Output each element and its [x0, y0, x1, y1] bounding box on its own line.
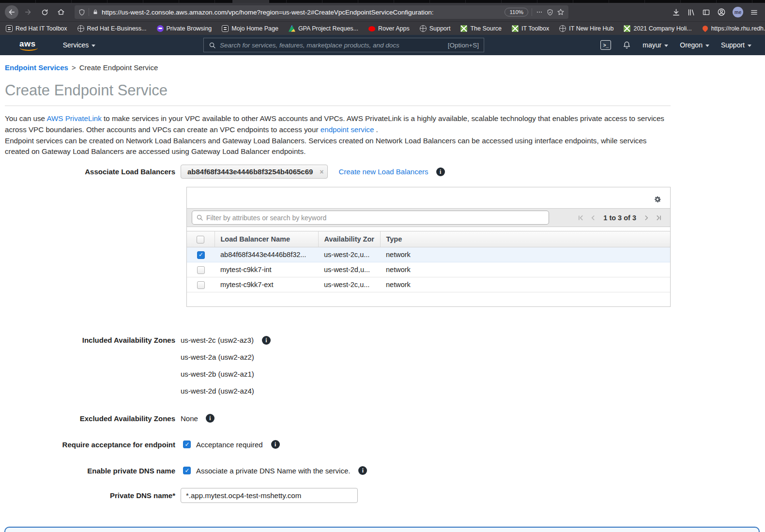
- sidebar-toggle-icon[interactable]: [702, 8, 710, 16]
- bookmark-item[interactable]: Rover Apps: [368, 25, 410, 32]
- row-checkbox[interactable]: [197, 266, 205, 274]
- services-menu[interactable]: Services: [63, 41, 96, 49]
- bookmark-item[interactable]: GPA Project Reques...: [289, 25, 358, 32]
- table-row[interactable]: ab84f68f3443e4446b8f32...us-west-2c,u...…: [187, 247, 670, 262]
- private-dns-checkbox[interactable]: [183, 467, 191, 474]
- page-actions-icon[interactable]: [536, 9, 543, 15]
- acceptance-checkbox[interactable]: [183, 441, 191, 448]
- bookmark-item[interactable]: Support: [420, 25, 451, 32]
- region-menu[interactable]: Oregon: [680, 41, 709, 49]
- private-dns-name-input[interactable]: [181, 488, 358, 503]
- zoom-level-badge[interactable]: 110%: [505, 8, 528, 16]
- availability-zone-value: us-west-2b (usw2-az1): [181, 370, 254, 378]
- account-icon[interactable]: [717, 8, 726, 16]
- region-name: Oregon: [680, 41, 703, 49]
- tracking-shield-icon[interactable]: [78, 9, 85, 16]
- load-balancer-chip[interactable]: ab84f68f3443e4446b8f3254b4065c69×: [181, 165, 328, 179]
- bottom-info-box: [4, 527, 760, 532]
- row-checkbox[interactable]: [197, 281, 205, 289]
- pin-favicon-icon: [701, 25, 709, 32]
- row-checkbox[interactable]: [197, 251, 205, 259]
- greenx-favicon-icon: [460, 25, 467, 32]
- column-header-az[interactable]: Availability Zor: [318, 231, 380, 247]
- services-label: Services: [63, 41, 89, 49]
- bookmark-item[interactable]: The Source: [460, 25, 502, 32]
- info-icon[interactable]: i: [358, 466, 367, 475]
- column-header-type[interactable]: Type: [380, 231, 670, 247]
- pagination-last-icon[interactable]: [656, 214, 661, 221]
- availability-zone-value: us-west-2d (usw2-az4): [181, 387, 254, 395]
- enable-private-dns-row: Enable private DNS name Associate a priv…: [5, 466, 760, 475]
- menu-icon[interactable]: [750, 8, 758, 16]
- profile-avatar[interactable]: me: [733, 7, 743, 17]
- pagination-next-icon[interactable]: [644, 214, 649, 221]
- bookmark-label: The Source: [470, 25, 502, 32]
- pagination-prev-icon[interactable]: [591, 214, 595, 221]
- bookmark-item[interactable]: https://role.rhu.redh...: [702, 25, 765, 32]
- bookmark-label: Private Browsing: [167, 25, 212, 32]
- square-favicon-icon: [222, 25, 229, 32]
- lock-icon: [92, 9, 98, 15]
- reload-button[interactable]: [38, 5, 51, 19]
- url-text[interactable]: https://us-west-2.console.aws.amazon.com…: [102, 9, 501, 16]
- bookmark-item[interactable]: Private Browsing: [157, 25, 212, 32]
- info-icon[interactable]: i: [436, 167, 445, 176]
- bookmark-item[interactable]: IT Toolbox: [512, 25, 549, 32]
- downloads-icon[interactable]: [672, 8, 680, 16]
- navbar-right-cluster: >_ mayur Oregon Support: [600, 35, 751, 55]
- bookmark-item[interactable]: Red Hat E-Business...: [77, 25, 147, 32]
- table-row[interactable]: mytest-c9kk7-extus-west-2c,u...network: [187, 277, 670, 292]
- cell-load-balancer-name: ab84f68f3443e4446b8f32...: [214, 247, 318, 262]
- create-new-load-balancers-link[interactable]: Create new Load Balancers: [338, 167, 428, 176]
- pocket-shield-icon[interactable]: [547, 9, 553, 16]
- chip-close-icon[interactable]: ×: [320, 167, 323, 175]
- breadcrumb: Endpoint Services>Create Endpoint Servic…: [5, 63, 760, 72]
- pagination: 1 to 3 of 3: [578, 214, 665, 222]
- greenx-favicon-icon: [624, 25, 630, 32]
- active-tab[interactable]: [232, 0, 269, 3]
- home-icon: [57, 8, 65, 16]
- bookmark-item[interactable]: IT New Hire Hub: [559, 25, 613, 32]
- back-button[interactable]: [5, 5, 18, 19]
- chip-value: ab84f68f3443e4446b8f3254b4065c69: [187, 167, 313, 176]
- filter-input[interactable]: [206, 214, 545, 222]
- notifications-bell-icon[interactable]: [623, 41, 631, 49]
- info-icon[interactable]: i: [206, 414, 214, 423]
- aws-privatelink-link[interactable]: AWS PrivateLink: [46, 114, 101, 122]
- select-all-header[interactable]: [187, 231, 214, 247]
- select-all-checkbox[interactable]: [197, 236, 204, 243]
- forward-button[interactable]: [21, 5, 35, 19]
- bookmark-label: GPA Project Reques...: [298, 25, 358, 32]
- support-menu[interactable]: Support: [721, 41, 751, 49]
- aws-logo[interactable]: aws: [19, 39, 36, 51]
- table-row[interactable]: mytest-c9kk7-intus-west-2d,u...network: [187, 262, 670, 277]
- bookmark-item[interactable]: Mojo Home Page: [222, 25, 278, 32]
- aws-search-bar[interactable]: Search for services, features, marketpla…: [203, 38, 484, 52]
- column-header-name[interactable]: Load Balancer Name: [214, 231, 318, 247]
- filter-box[interactable]: [192, 211, 549, 225]
- included-zones-label: Included Availability Zones: [5, 336, 175, 344]
- bookmark-item[interactable]: Red Hat IT Toolbox: [6, 25, 67, 32]
- availability-zone-item: us-west-2a (usw2-az2): [181, 353, 254, 370]
- bookmark-label: Red Hat IT Toolbox: [15, 25, 67, 32]
- table-settings-button[interactable]: [653, 195, 662, 206]
- info-icon[interactable]: i: [271, 440, 280, 449]
- cloudshell-icon[interactable]: >_: [600, 40, 611, 50]
- chevron-down-icon: [705, 45, 709, 47]
- home-button[interactable]: [54, 5, 68, 19]
- endpoint-service-link[interactable]: endpoint service: [321, 125, 374, 134]
- library-icon[interactable]: [687, 8, 695, 16]
- bookmark-item[interactable]: 2021 Company Holi...: [624, 25, 691, 32]
- info-icon[interactable]: i: [262, 336, 271, 345]
- breadcrumb-current: Create Endpoint Service: [79, 63, 158, 72]
- table-body: ab84f68f3443e4446b8f32...us-west-2c,u...…: [187, 247, 670, 292]
- bookmark-star-icon[interactable]: [557, 8, 565, 16]
- pagination-first-icon[interactable]: [578, 214, 583, 221]
- url-bar[interactable]: https://us-west-2.console.aws.amazon.com…: [75, 5, 568, 19]
- account-menu[interactable]: mayur: [643, 41, 668, 49]
- associate-load-balancers-label: Associate Load Balancers: [5, 167, 175, 176]
- bookmark-label: IT New Hire Hub: [569, 25, 613, 32]
- breadcrumb-endpoint-services-link[interactable]: Endpoint Services: [5, 63, 68, 72]
- included-zones-list: us-west-2c (usw2-az3)ius-west-2a (usw2-a…: [181, 336, 271, 404]
- bookmark-label: IT Toolbox: [521, 25, 549, 32]
